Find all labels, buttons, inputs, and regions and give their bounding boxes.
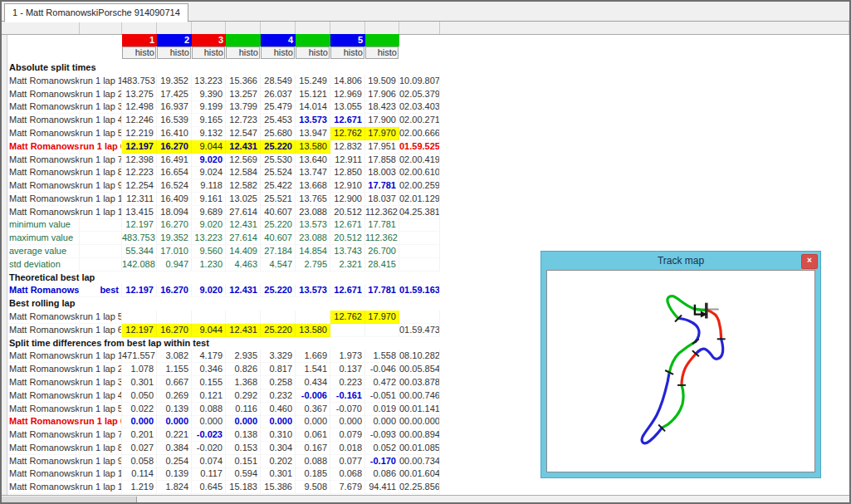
lap-total-cell: 00.05.854 [399,363,440,376]
driver-name-cell: Matt Romanowsk [7,389,80,403]
split-time-cell: 25.680 [261,127,296,140]
table-row: minimum value12.19716.2709.02012.43125.2… [7,218,440,232]
split-time-cell: 0.138 [226,428,261,442]
driver-name-cell: Matt Romanowsl [7,140,80,154]
split-time-cell: 0.114 [122,467,157,481]
split-time-cell: 483.753 [122,232,157,245]
driver-name-cell: Matt Romanowsk [7,114,80,127]
split-time-cell: 0.304 [261,442,296,455]
split-time-cell: 16.491 [157,154,192,167]
run-lap-cell: run 1 lap 4 [80,389,122,403]
split-time-cell: 25.220 [261,140,296,154]
table-row: Matt Romanowskrun 1 lap 712.39816.4919.0… [7,154,440,167]
lap-total-cell: 00.00.734 [399,455,440,468]
split-time-cell: 0.000 [122,415,157,428]
split-time-cell: 7.679 [330,481,365,494]
split-time-cell: 9.161 [192,193,226,206]
horizontal-scrollbar-thumb[interactable] [2,497,137,503]
split-time-cell: 15.386 [261,481,296,494]
lap-total-cell: 01.59.525 [399,140,440,154]
split-time-cell: 26.037 [261,88,296,101]
session-tab[interactable]: 1 - Matt RomanowskiPorsche 914090714 [4,3,188,22]
split-time-cell: 0.000 [226,415,261,428]
split-time-cell [365,324,399,337]
table-row: Matt Romanowskrun 1 lap 612.19716.2709.0… [7,324,440,337]
split-time-cell: 0.472 [365,376,399,389]
track-segment [696,339,723,359]
split-time-cell: 27.614 [226,206,261,219]
driver-name-cell: Matt Romanowsk [7,376,80,389]
run-lap-cell: run 1 lap 6 [80,324,122,337]
lap-total-cell: 00.01.085 [399,442,440,455]
table-row: Matt Romanowskrun 1 lap 70.2010.221-0.02… [7,428,440,442]
split-time-cell: 12.498 [122,100,157,114]
split-time-cell: 17.010 [157,245,192,258]
driver-name-cell: Matt Romanowsk [7,350,80,363]
split-time-cell: 0.088 [192,403,226,416]
split-time-cell: 25.530 [261,154,296,167]
track-map-svg [547,271,814,472]
split-time-cell: 15.121 [296,88,330,101]
split-time-cell: 4.179 [192,350,226,363]
track-map-titlebar[interactable]: Track map × [541,252,820,270]
driver-name-cell: Matt Romanowsk [7,88,80,101]
split-time-cell: 18.003 [365,166,399,179]
split-time-cell: 0.077 [330,455,365,468]
table-row: Matt Romanowslrun 1 lap 60.0000.0000.000… [7,415,440,428]
split-time-cell: 0.000 [330,415,365,428]
split-time-cell: 23.088 [296,206,330,219]
split-time-cell: 17.906 [365,88,399,101]
table-row: Matt Romanowskrun 1 lap 312.49816.9379.1… [7,100,440,114]
lap-total-cell: 02.00.259 [399,179,440,193]
lap-total-cell [399,232,440,245]
horizontal-scrollbar[interactable] [2,495,849,503]
split-time-cell: 13.573 [296,218,330,232]
split-time-cell: 3.082 [157,350,192,363]
split-time-cell: 12.832 [330,140,365,154]
run-lap-cell: run 1 lap 1 [80,350,122,363]
table-row: Matt Romanowslbest12.19716.2709.02012.43… [7,284,440,297]
run-lap-cell: run 1 lap 5 [80,311,122,324]
driver-name-cell: Matt Romanowsk [7,481,80,494]
table-row: Matt Romanowskrun 1 lap 111.2191.8240.64… [7,481,440,494]
split-time-cell: 28.549 [261,75,296,88]
split-time-cell: 23.088 [296,232,330,245]
split-time-cell: 9.044 [192,140,226,154]
split-time-cell: 0.301 [261,467,296,481]
split-time-cell: 9.132 [192,127,226,140]
split-time-cell: 16.409 [157,193,192,206]
split-time-cell: 9.508 [296,481,330,494]
split-time-cell: 19.352 [157,232,192,245]
split-time-cell: 0.269 [157,389,192,403]
split-time-cell: 1.558 [365,350,399,363]
driver-name-cell: Matt Romanowsk [7,311,80,324]
split-time-cell: 9.689 [192,206,226,219]
table-row: Matt Romanowskrun 1 lap 40.0500.2690.121… [7,389,440,403]
close-icon: × [807,256,812,265]
run-lap-cell [80,232,122,245]
driver-name-cell: minimum value [7,218,80,232]
split-time-cell: 0.139 [157,403,192,416]
split-time-cell: 12.197 [122,140,157,154]
split-time-cell: 12.431 [226,284,261,297]
run-lap-cell: run 1 lap 7 [80,428,122,442]
split-time-cell: 13.257 [226,88,261,101]
run-lap-cell: run 1 lap 4 [80,114,122,127]
lap-total-cell: 00.00.000 [399,415,440,428]
split-time-cell: 1.824 [157,481,192,494]
lap-total-cell: 00.00.894 [399,428,440,442]
lap-total-cell: 01.59.163 [399,284,440,297]
split-time-cell: 12.762 [330,311,365,324]
table-row: average value55.34417.0109.56014.40927.1… [7,245,440,258]
close-button[interactable]: × [801,254,818,269]
split-time-cell: 483.753 [122,75,157,88]
split-time-cell: 13.640 [296,154,330,167]
lap-total-cell: 10.09.807 [399,75,440,88]
split-time-cell: 1.219 [122,481,157,494]
table-row: Matt Romanowskrun 1 lap 1113.41518.0949.… [7,206,440,219]
driver-name-cell: std deviation [7,258,80,272]
table-row: Matt Romanowskrun 1 lap 30.3010.6670.155… [7,376,440,389]
split-time-cell: 17.781 [365,284,399,297]
lap-total-cell: 00.01.604 [399,467,440,481]
split-time-cell: 12.223 [122,166,157,179]
